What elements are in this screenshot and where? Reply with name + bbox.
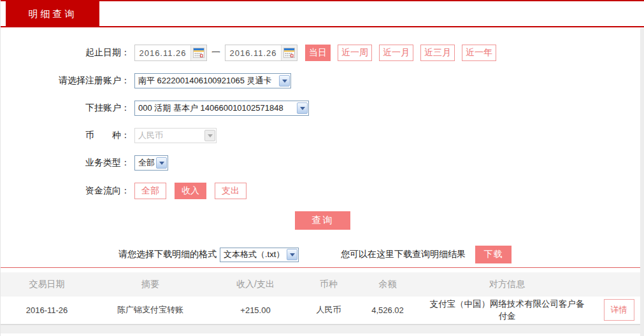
- currency-label: 币 种：: [1, 130, 134, 141]
- header-trade-date: 交易日期: [1, 272, 93, 297]
- fund-direction-income[interactable]: 收入: [175, 183, 206, 199]
- cell-amount: +215.00: [208, 297, 303, 324]
- register-account-label: 请选择注册账户：: [1, 75, 134, 87]
- quick-range-3months[interactable]: 近三月: [420, 45, 455, 61]
- table-top-divider: [1, 267, 644, 268]
- calendar-icon: [193, 48, 204, 58]
- download-hint: 您可以在这里下载查询明细结果: [341, 249, 466, 260]
- table-header-row: 交易日期 摘要 收入/支出 币种 余额 对方信息: [1, 272, 644, 297]
- quick-range-month[interactable]: 近一月: [379, 45, 413, 61]
- cell-trade-date: 2016-11-26: [1, 297, 93, 324]
- chevron-down-icon: [204, 130, 215, 141]
- currency-select: 人民币: [134, 128, 217, 143]
- download-format-select[interactable]: 文本格式（.txt）: [220, 248, 299, 262]
- bottom-strip: [1, 325, 644, 333]
- chevron-down-icon: [156, 157, 167, 169]
- business-type-row: 业务类型： 全部: [1, 155, 644, 171]
- sub-account-select[interactable]: 000 活期 基本户 140660010102571848: [134, 101, 309, 116]
- cell-currency: 人民币: [303, 297, 354, 324]
- download-row: 请您选择下载明细的格式 文本格式（.txt） 您可以在这里下载查询明细结果 下载: [118, 246, 644, 263]
- sub-account-row: 下挂账户： 000 活期 基本户 140660010102571848: [1, 101, 644, 116]
- query-form: 起止日期：: [1, 45, 644, 263]
- start-date-calendar-button[interactable]: [190, 45, 206, 60]
- cell-counterparty: 支付宝（中国）网络技术有限公司客户备付金: [421, 297, 593, 324]
- sub-account-value: 000 活期 基本户 140660010102571848: [136, 102, 297, 114]
- header-amount: 收入/支出: [208, 272, 303, 297]
- results-table: 交易日期 摘要 收入/支出 币种 余额 对方信息 2016-11-26 陈广锦支…: [1, 272, 644, 325]
- fund-direction-all[interactable]: 全部: [134, 183, 166, 199]
- chevron-down-icon: [287, 249, 297, 260]
- right-edge-strip: [640, 28, 644, 336]
- business-type-value: 全部: [136, 157, 156, 169]
- download-format-label: 请您选择下载明细的格式: [118, 249, 217, 260]
- register-account-value: 南平 6222001406100921065 灵通卡: [136, 75, 279, 87]
- start-date-input[interactable]: [135, 48, 190, 58]
- cell-actions: 详情: [593, 297, 644, 324]
- cell-summary: 陈广锦支付宝转账: [93, 297, 208, 324]
- business-type-label: 业务类型：: [1, 157, 134, 169]
- header-summary: 摘要: [93, 272, 208, 297]
- detail-button[interactable]: 详情: [604, 299, 634, 321]
- sub-account-label: 下挂账户：: [1, 102, 134, 114]
- quick-range-today[interactable]: 当日: [305, 45, 331, 61]
- register-account-row: 请选择注册账户： 南平 6222001406100921065 灵通卡: [1, 73, 644, 88]
- date-separator: 一: [211, 47, 220, 59]
- tab-detail-query[interactable]: 明细查询: [6, 1, 99, 27]
- download-format-value: 文本格式（.txt）: [221, 249, 287, 260]
- download-button[interactable]: 下载: [475, 246, 512, 263]
- header-counterparty: 对方信息: [421, 272, 593, 297]
- chevron-down-icon: [279, 75, 290, 87]
- detail-query-page: 明细查询 起止日期：: [0, 0, 644, 336]
- fund-direction-expense[interactable]: 支出: [215, 183, 247, 199]
- register-account-select[interactable]: 南平 6222001406100921065 灵通卡: [134, 73, 291, 88]
- header-currency: 币种: [303, 272, 354, 297]
- currency-value: 人民币: [136, 130, 204, 141]
- end-date-box: [225, 45, 297, 61]
- date-range-label: 起止日期：: [1, 47, 134, 59]
- date-range-row: 起止日期：: [1, 45, 644, 61]
- end-date-input[interactable]: [225, 48, 281, 58]
- counterparty-text: 支付宝（中国）网络技术有限公司客户备付金: [429, 298, 585, 322]
- business-type-select[interactable]: 全部: [134, 155, 168, 171]
- fund-direction-buttons: 全部 收入 支出: [134, 183, 255, 199]
- end-date-calendar-button[interactable]: [281, 45, 297, 60]
- header-actions: [593, 272, 644, 297]
- quick-range-year[interactable]: 近一年: [462, 45, 496, 61]
- currency-row: 币 种： 人民币: [1, 128, 644, 143]
- tab-label: 明细查询: [29, 8, 77, 20]
- fund-direction-row: 资金流向： 全部 收入 支出: [1, 183, 644, 199]
- start-date-box: [134, 45, 207, 61]
- chevron-down-icon: [297, 102, 308, 114]
- calendar-icon: [283, 48, 295, 58]
- tab-bar: 明细查询: [1, 1, 644, 27]
- cell-balance: 4,526.02: [354, 297, 421, 324]
- quick-range-week[interactable]: 近一周: [338, 45, 372, 61]
- quick-range-buttons: 当日 近一周 近一月 近三月 近一年: [305, 45, 503, 61]
- table-row: 2016-11-26 陈广锦支付宝转账 +215.00 人民币 4,526.02…: [1, 297, 644, 324]
- header-balance: 余额: [354, 272, 421, 297]
- query-button[interactable]: 查询: [295, 211, 350, 230]
- fund-direction-label: 资金流向：: [1, 185, 134, 197]
